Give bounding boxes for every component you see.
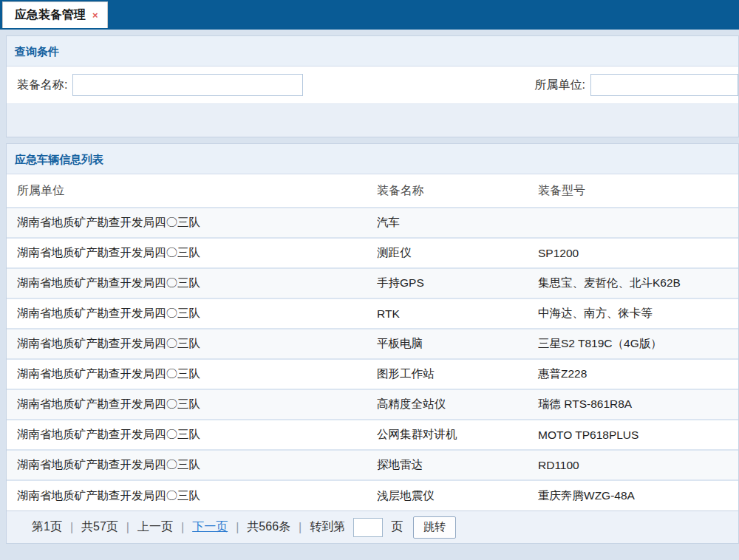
owner-unit-group: 所属单位: xyxy=(535,74,738,96)
cell-equipment-model: 集思宝、麦哲伦、北斗K62B xyxy=(528,268,738,298)
goto-prefix-label: 转到第 xyxy=(310,519,345,535)
cell-owner-unit: 湖南省地质矿产勘查开发局四〇三队 xyxy=(7,359,367,389)
query-footer xyxy=(7,103,738,137)
cell-owner-unit: 湖南省地质矿产勘查开发局四〇三队 xyxy=(7,329,367,359)
table-row[interactable]: 湖南省地质矿产勘查开发局四〇三队 图形工作站 惠普Z228 xyxy=(7,359,738,389)
query-panel-title: 查询条件 xyxy=(7,36,738,66)
query-panel: 查询条件 装备名称: 所属单位: xyxy=(6,35,739,137)
cell-owner-unit: 湖南省地质矿产勘查开发局四〇三队 xyxy=(7,480,367,511)
cell-equipment-name: 图形工作站 xyxy=(367,359,528,389)
cell-owner-unit: 湖南省地质矿产勘查开发局四〇三队 xyxy=(7,450,367,480)
cell-equipment-model: 三星S2 T819C（4G版） xyxy=(528,329,738,359)
table-row[interactable]: 湖南省地质矿产勘查开发局四〇三队 高精度全站仪 瑞德 RTS-861R8A xyxy=(7,389,738,420)
prev-page-link[interactable]: 上一页 xyxy=(137,519,173,535)
equipment-name-label: 装备名称: xyxy=(17,78,67,93)
cell-equipment-model: 惠普Z228 xyxy=(528,359,738,389)
col-header-owner-unit: 所属单位 xyxy=(7,174,367,208)
current-page-label: 第1页 xyxy=(32,519,62,535)
query-row: 装备名称: 所属单位: xyxy=(7,66,738,103)
cell-equipment-name: 公网集群对讲机 xyxy=(367,420,528,450)
separator: | xyxy=(70,521,73,534)
cell-equipment-name: 汽车 xyxy=(367,208,528,238)
table-row[interactable]: 湖南省地质矿产勘查开发局四〇三队 浅层地震仪 重庆奔腾WZG-48A xyxy=(7,480,738,511)
cell-equipment-name: 测距仪 xyxy=(367,238,528,268)
panel-gap xyxy=(6,137,739,143)
cell-equipment-model: 瑞德 RTS-861R8A xyxy=(528,389,738,420)
cell-equipment-name: 平板电脑 xyxy=(367,329,528,359)
cell-owner-unit: 湖南省地质矿产勘查开发局四〇三队 xyxy=(7,238,367,268)
table-row[interactable]: 湖南省地质矿产勘查开发局四〇三队 公网集群对讲机 MOTO TP618PLUS xyxy=(7,420,738,450)
total-items-label: 共566条 xyxy=(247,519,290,535)
total-pages-label: 共57页 xyxy=(81,519,118,535)
separator: | xyxy=(126,521,129,534)
equipment-table: 所属单位 装备名称 装备型号 湖南省地质矿产勘查开发局四〇三队 汽车 湖南省地质… xyxy=(7,174,738,511)
pagination-bar: 第1页 | 共57页 | 上一页 | 下一页 | 共566条 | 转到第 页 跳… xyxy=(7,511,738,543)
cell-equipment-model: RD1100 xyxy=(528,450,738,480)
jump-button[interactable]: 跳转 xyxy=(413,516,456,539)
separator: | xyxy=(236,521,239,534)
separator: | xyxy=(299,521,302,534)
table-row[interactable]: 湖南省地质矿产勘查开发局四〇三队 探地雷达 RD1100 xyxy=(7,450,738,480)
cell-equipment-model: SP1200 xyxy=(528,238,738,268)
page-body: 查询条件 装备名称: 所属单位: 应急车辆信息列表 所属单位 装备名称 装备型号 xyxy=(0,30,739,544)
goto-suffix-label: 页 xyxy=(391,519,403,535)
equipment-name-input[interactable] xyxy=(72,74,303,96)
tab-label: 应急装备管理 xyxy=(15,7,86,23)
cell-equipment-model: 中海达、南方、徕卡等 xyxy=(528,298,738,329)
cell-owner-unit: 湖南省地质矿产勘查开发局四〇三队 xyxy=(7,420,367,450)
list-panel-title: 应急车辆信息列表 xyxy=(7,144,738,174)
cell-owner-unit: 湖南省地质矿产勘查开发局四〇三队 xyxy=(7,389,367,420)
col-header-equipment-name: 装备名称 xyxy=(367,174,528,208)
cell-equipment-name: 浅层地震仪 xyxy=(367,480,528,511)
table-row[interactable]: 湖南省地质矿产勘查开发局四〇三队 RTK 中海达、南方、徕卡等 xyxy=(7,298,738,329)
table-row[interactable]: 湖南省地质矿产勘查开发局四〇三队 平板电脑 三星S2 T819C（4G版） xyxy=(7,329,738,359)
page-number-input[interactable] xyxy=(353,518,383,537)
table-row[interactable]: 湖南省地质矿产勘查开发局四〇三队 汽车 xyxy=(7,208,738,238)
tab-emergency-equipment[interactable]: 应急装备管理 × xyxy=(2,1,108,28)
table-header-row: 所属单位 装备名称 装备型号 xyxy=(7,174,738,208)
table-row[interactable]: 湖南省地质矿产勘查开发局四〇三队 手持GPS 集思宝、麦哲伦、北斗K62B xyxy=(7,268,738,298)
owner-unit-input[interactable] xyxy=(590,74,738,96)
separator: | xyxy=(181,521,184,534)
cell-equipment-model: MOTO TP618PLUS xyxy=(528,420,738,450)
table-row[interactable]: 湖南省地质矿产勘查开发局四〇三队 测距仪 SP1200 xyxy=(7,238,738,268)
col-header-equipment-model: 装备型号 xyxy=(528,174,738,208)
list-panel: 应急车辆信息列表 所属单位 装备名称 装备型号 湖南省地质矿产勘查开发局四〇三队… xyxy=(6,143,739,544)
cell-owner-unit: 湖南省地质矿产勘查开发局四〇三队 xyxy=(7,298,367,329)
tab-close-icon[interactable]: × xyxy=(92,10,98,20)
cell-equipment-name: 探地雷达 xyxy=(367,450,528,480)
cell-equipment-name: RTK xyxy=(367,298,528,329)
owner-unit-label: 所属单位: xyxy=(535,78,585,93)
cell-owner-unit: 湖南省地质矿产勘查开发局四〇三队 xyxy=(7,208,367,238)
cell-equipment-model xyxy=(528,208,738,238)
cell-equipment-model: 重庆奔腾WZG-48A xyxy=(528,480,738,511)
cell-equipment-name: 高精度全站仪 xyxy=(367,389,528,420)
next-page-link[interactable]: 下一页 xyxy=(192,519,228,535)
tab-bar: 应急装备管理 × xyxy=(0,0,739,30)
cell-owner-unit: 湖南省地质矿产勘查开发局四〇三队 xyxy=(7,268,367,298)
cell-equipment-name: 手持GPS xyxy=(367,268,528,298)
